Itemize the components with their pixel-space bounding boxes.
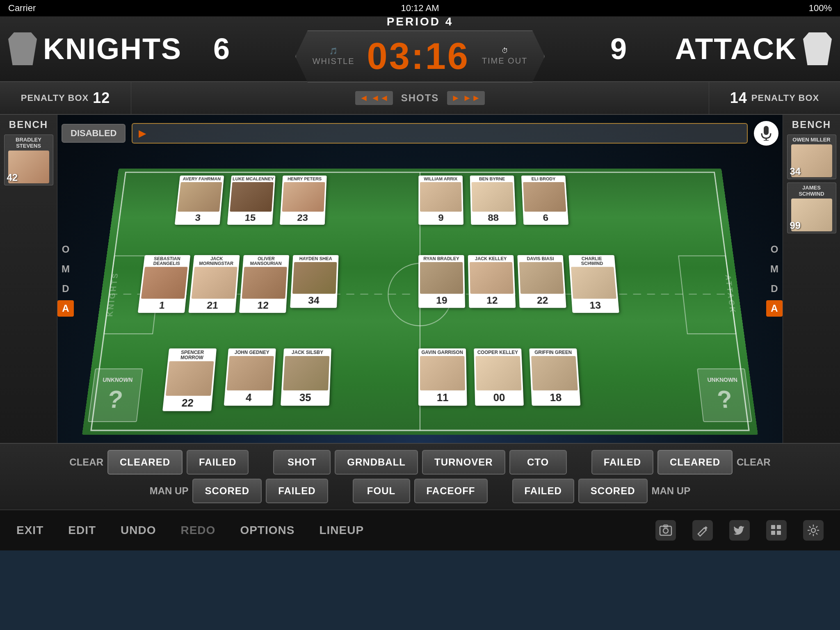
team-left: KNIGHTS: [0, 32, 197, 66]
manup-label-left: MAN UP: [139, 485, 188, 497]
player-number-jack-kelley: 12: [470, 294, 514, 306]
edit-icon[interactable]: [692, 520, 713, 541]
photo-icon[interactable]: [655, 520, 676, 541]
player-number-ryan-bradley: 19: [420, 294, 463, 306]
svg-rect-10: [660, 526, 671, 535]
player-photo-spencer-morrow: [166, 361, 214, 396]
bench-player-owen-miller[interactable]: OWEN MILLER 34: [787, 135, 836, 179]
omd-d-left: D: [57, 281, 74, 297]
player-card-sebastian-deangelis[interactable]: SEBASTIAN DEANGELIS 1: [138, 255, 190, 313]
omd-labels-right: O M D A: [766, 241, 783, 317]
twitter-icon[interactable]: [729, 520, 750, 541]
penalty-box-right: 14 PENALTY BOX: [709, 82, 840, 114]
options-button[interactable]: OPTIONS: [240, 524, 294, 537]
failed-btn-left-1[interactable]: FAILED: [187, 450, 249, 475]
svg-point-11: [663, 528, 668, 533]
player-card-jack-silsby[interactable]: JACK SILSBY 35: [281, 349, 331, 406]
player-card-jack-morningstar[interactable]: JACK MORNINGSTAR 21: [188, 255, 240, 313]
voice-bar: DISABLED ▶: [62, 119, 778, 148]
foul-btn[interactable]: FOUL: [353, 479, 410, 503]
scored-btn-left[interactable]: SCORED: [192, 479, 262, 503]
grid-svg-icon: [770, 524, 783, 537]
player-photo-john-gedney: [227, 356, 274, 390]
player-card-griffin-green[interactable]: GRIFFIN GREEN 18: [529, 349, 580, 406]
exit-button[interactable]: EXIT: [16, 524, 43, 537]
player-card-ryan-bradley[interactable]: RYAN BRADLEY 19: [418, 255, 465, 308]
shot-btn[interactable]: SHOT: [273, 450, 331, 475]
player-card-davis-biasi[interactable]: DAVIS BIASI 22: [517, 255, 566, 308]
toolbar-right: [655, 520, 824, 541]
undo-button[interactable]: UNDO: [121, 524, 156, 537]
knights-field-label: KNIGHTS: [105, 272, 120, 317]
player-name-jack-silsby: JACK SILSBY: [285, 350, 330, 355]
omd-d-right: D: [766, 281, 783, 297]
player-card-ben-byrne[interactable]: BEN BYRNE 88: [470, 176, 516, 225]
player-number-spencer-morrow: 22: [164, 397, 211, 409]
player-card-hayden-shea[interactable]: HAYDEN SHEA 34: [290, 255, 338, 308]
lineup-button[interactable]: LINEUP: [319, 524, 364, 537]
bench-player-james-schwind[interactable]: JAMES SCHWIND 99: [787, 183, 836, 233]
player-card-spencer-morrow[interactable]: SPENCER MORROW 22: [162, 349, 217, 411]
timeout-icon: ⏱: [502, 47, 508, 55]
jersey-icon-left: [8, 32, 37, 65]
player-number-henry-peters: 23: [281, 212, 324, 224]
unknown-card-right[interactable]: UNKNOWN ?: [697, 368, 752, 422]
player-card-charlie-schwind[interactable]: CHARLIE SCHWIND 13: [568, 255, 619, 313]
unknown-card-left[interactable]: UNKNOWN ?: [88, 368, 143, 422]
shots-increment-right[interactable]: ► ►►: [447, 91, 484, 105]
bench-player-name-james-schwind: JAMES SCHWIND: [789, 185, 834, 197]
penalty-count-right: 14: [730, 89, 747, 107]
cto-btn[interactable]: CTO: [509, 450, 567, 475]
question-mark-left: ?: [106, 385, 124, 414]
player-card-gavin-garrison[interactable]: GAVIN GARRISON 11: [418, 349, 467, 406]
faceoff-btn[interactable]: FACEOFF: [414, 479, 488, 503]
scored-btn-right[interactable]: SCORED: [578, 479, 648, 503]
player-number-jack-silsby: 35: [282, 391, 328, 404]
turnover-btn[interactable]: TURNOVER: [422, 450, 505, 475]
bench-player-name-owen-miller: OWEN MILLER: [789, 137, 834, 143]
player-number-oliver-mansourian: 12: [241, 300, 285, 312]
grndball-btn[interactable]: GRNDBALL: [335, 450, 418, 475]
cleared-btn-left[interactable]: CLEARED: [107, 450, 183, 475]
player-name-william-arrix: WILLIAM ARRIX: [420, 177, 461, 181]
svg-point-17: [811, 528, 815, 532]
edit-button[interactable]: EDIT: [68, 524, 96, 537]
grid-icon[interactable]: [766, 520, 787, 541]
bench-player-bradley[interactable]: BRADLEY STEVENS 42: [4, 135, 53, 185]
failed-btn-right-1[interactable]: FAILED: [591, 450, 653, 475]
player-card-william-arrix[interactable]: WILLIAM ARRIX 9: [418, 176, 463, 225]
score-right: 9: [594, 32, 643, 66]
player-number-eli-brody: 6: [525, 212, 567, 224]
player-photo-charlie-schwind: [571, 267, 616, 299]
penalty-box-label-left: PENALTY BOX: [21, 93, 89, 103]
whistle-section: 🎵 WHISTLE: [313, 47, 355, 66]
player-card-oliver-mansourian[interactable]: OLIVER MANSOURIAN 12: [239, 255, 289, 313]
bench-player-number-owen-miller: 34: [790, 166, 801, 177]
omd-a-left[interactable]: A: [57, 300, 74, 317]
player-number-hayden-shea: 34: [292, 294, 336, 306]
failed-btn-left-2[interactable]: FAILED: [266, 479, 328, 503]
shots-decrement-left[interactable]: ◄ ◄◄: [355, 91, 393, 105]
cleared-btn-right[interactable]: CLEARED: [657, 450, 733, 475]
failed-btn-right-2[interactable]: FAILED: [512, 479, 574, 503]
settings-icon[interactable]: [803, 520, 824, 541]
redo-button[interactable]: REDO: [180, 524, 215, 537]
player-number-cooper-kelley: 00: [477, 391, 522, 404]
player-card-cooper-kelley[interactable]: COOPER KELLEY 00: [474, 349, 524, 406]
omd-a-right[interactable]: A: [766, 300, 783, 317]
mic-button[interactable]: [754, 121, 778, 146]
player-card-henry-peters[interactable]: HENRY PETERS 23: [280, 176, 327, 225]
player-name-sebastian-deangelis: SEBASTIAN DEANGELIS: [145, 256, 189, 266]
player-card-avery-fahrman[interactable]: AVERY FAHRMAN 3: [175, 176, 224, 225]
omd-labels-left: O M D A: [57, 241, 74, 317]
svg-rect-13: [771, 525, 775, 529]
player-name-jack-kelley: JACK KELLEY: [470, 256, 512, 261]
team-right: ATTACK: [643, 32, 840, 66]
player-card-jack-kelley[interactable]: JACK KELLEY 12: [468, 255, 516, 308]
player-card-eli-brody[interactable]: ELI BRODY 6: [521, 176, 568, 225]
player-name-spencer-morrow: SPENCER MORROW: [169, 350, 215, 361]
voice-input-bar[interactable]: ▶: [132, 123, 748, 144]
player-card-john-gedney[interactable]: JOHN GEDNEY 4: [224, 349, 276, 406]
timer-display: 03:16: [367, 35, 470, 78]
player-card-luke-mcalenney[interactable]: LUKE MCALENNEY 15: [227, 176, 276, 225]
